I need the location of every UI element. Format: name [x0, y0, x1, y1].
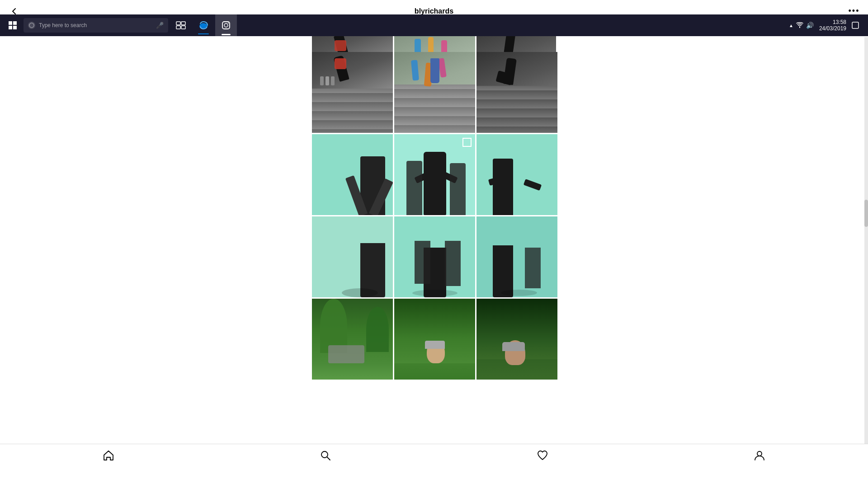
network-icon[interactable] — [796, 21, 803, 30]
clock-time: 13:58 — [833, 19, 846, 25]
album-icon — [462, 138, 472, 147]
taskbar: Type here to search 🎤 — [0, 14, 868, 36]
show-hidden-icons[interactable]: ▲ — [789, 23, 793, 28]
svg-line-1 — [327, 457, 330, 460]
grid-cell-r3c2[interactable] — [394, 216, 475, 297]
search-placeholder-text: Type here to search — [39, 22, 152, 28]
svg-rect-4 — [176, 22, 180, 25]
home-icon — [103, 450, 114, 461]
instagram-app-button[interactable] — [215, 14, 237, 36]
svg-rect-5 — [181, 22, 185, 25]
tray-icons: ▲ 🔊 — [789, 21, 814, 30]
task-view-button[interactable] — [170, 14, 192, 36]
wifi-icon — [796, 21, 803, 28]
grid-cell-r1c1[interactable] — [312, 52, 393, 133]
home-nav-button[interactable] — [98, 445, 119, 466]
notification-icon — [852, 22, 859, 29]
task-view-icon — [176, 21, 186, 29]
photo-grid-feed[interactable] — [0, 23, 868, 444]
edge-icon — [198, 20, 209, 31]
svg-point-2 — [757, 451, 762, 456]
grid-cell-r4c2[interactable] — [394, 299, 475, 380]
instagram-app: blyrichards ••• — [0, 0, 868, 466]
svg-rect-7 — [181, 26, 185, 29]
clock-date: 24/03/2019 — [819, 25, 846, 32]
grid-cell-r4c3[interactable] — [476, 299, 557, 380]
search-icon — [320, 450, 331, 461]
cortana-icon — [28, 22, 35, 29]
edge-browser-button[interactable] — [193, 14, 214, 36]
main-photo-grid — [312, 52, 556, 380]
svg-point-8 — [199, 23, 208, 29]
grid-cell-r2c2[interactable] — [394, 134, 475, 215]
profile-username: blyrichards — [415, 7, 453, 15]
system-clock[interactable]: 13:58 24/03/2019 — [819, 19, 846, 32]
svg-rect-6 — [176, 26, 180, 29]
grid-cell-r2c3[interactable] — [476, 134, 557, 215]
instagram-icon — [221, 20, 231, 30]
bottom-nav-bar — [0, 444, 868, 466]
profile-icon — [754, 450, 765, 461]
action-center-button[interactable] — [848, 14, 863, 36]
profile-nav-button[interactable] — [749, 445, 770, 466]
windows-logo — [9, 21, 17, 29]
grid-cell-r1c2[interactable] — [394, 52, 475, 133]
app-window: Instagram — ❐ ✕ blyrichards ••• — [0, 0, 868, 488]
scroll-thumb[interactable] — [864, 200, 868, 227]
volume-icon[interactable]: 🔊 — [806, 22, 814, 29]
taskbar-search[interactable]: Type here to search 🎤 — [24, 18, 168, 33]
grid-cell-r4c1[interactable] — [312, 299, 393, 380]
heart-icon — [537, 450, 548, 461]
scroll-bar[interactable] — [864, 37, 868, 444]
grid-cell-r1c3[interactable] — [476, 52, 557, 133]
activity-nav-button[interactable] — [532, 445, 553, 466]
grid-cell-r2c1[interactable] — [312, 134, 393, 215]
taskbar-apps — [170, 14, 237, 36]
svg-rect-12 — [852, 22, 859, 28]
search-nav-button[interactable] — [315, 445, 336, 466]
start-button[interactable] — [2, 14, 24, 36]
svg-point-3 — [29, 23, 34, 28]
svg-point-11 — [228, 23, 229, 23]
svg-point-10 — [224, 23, 228, 27]
grid-cell-r3c1[interactable] — [312, 216, 393, 297]
grid-cell-r3c3[interactable] — [476, 216, 557, 297]
system-tray: ▲ 🔊 13:58 24/03/2019 — [789, 14, 866, 36]
voice-search-icon[interactable]: 🎤 — [156, 22, 164, 29]
